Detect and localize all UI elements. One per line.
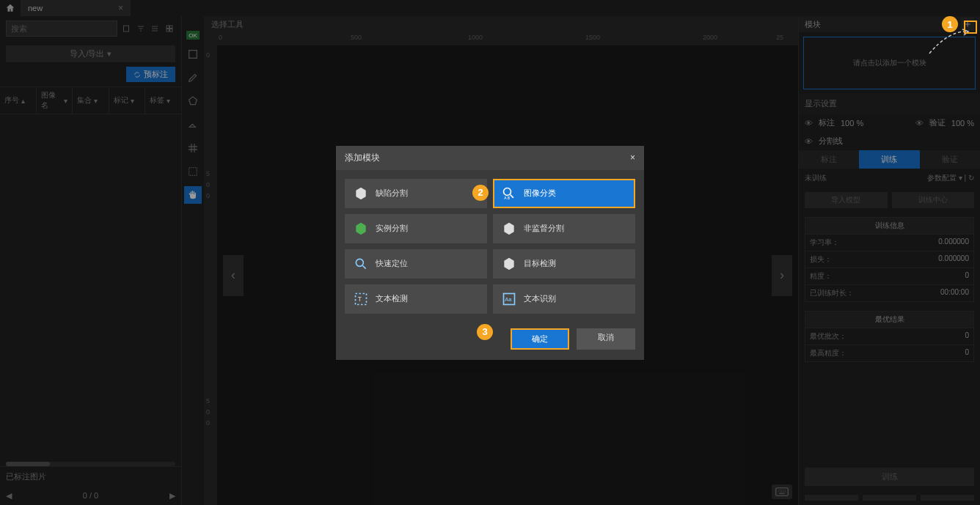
option-object-detection[interactable]: 目标检测 [493,249,635,279]
option-unsupervised-segmentation[interactable]: 非监督分割 [493,214,635,243]
dialog-title-label: 添加模块 [345,152,380,164]
option-text-recognition[interactable]: Aa 文本识别 [493,284,635,314]
dialog-overlay: 添加模块 × 缺陷分割 A B 图像分类 2 实例分割 非监督分割 [0,0,980,505]
option-text-detection[interactable]: T 文本检测 [345,284,487,314]
step-badge-3: 3 [477,324,493,340]
dialog-ok-button[interactable]: 确定 [511,328,569,350]
guide-arrow [926,28,970,57]
svg-text:Aa: Aa [505,296,512,303]
add-module-dialog: 添加模块 × 缺陷分割 A B 图像分类 2 实例分割 非监督分割 [336,146,644,360]
dialog-close-button[interactable]: × [630,152,635,163]
step-badge-1: 1 [942,16,958,32]
svg-text:A B: A B [504,196,510,200]
text-detect-icon: T [354,292,368,306]
magnifier-icon: A B [502,186,516,201]
svg-point-10 [356,259,363,266]
option-image-classification[interactable]: A B 图像分类 2 [493,179,635,208]
option-fast-localization[interactable]: 快速定位 [345,249,487,279]
step-badge-2: 2 [472,185,489,201]
step-1-highlight [964,21,977,34]
hexagon-icon [354,186,368,201]
svg-point-8 [504,188,511,195]
text-recog-icon: Aa [502,292,516,306]
dialog-cancel-button[interactable]: 取消 [577,328,635,350]
magnifier-icon [354,257,368,271]
option-defect-segmentation[interactable]: 缺陷分割 [345,179,487,208]
option-instance-segmentation[interactable]: 实例分割 [345,214,487,243]
hexagon-icon [502,221,516,236]
svg-text:T: T [358,295,362,303]
hexagon-icon [502,257,516,271]
hexagon-green-icon [354,221,368,236]
